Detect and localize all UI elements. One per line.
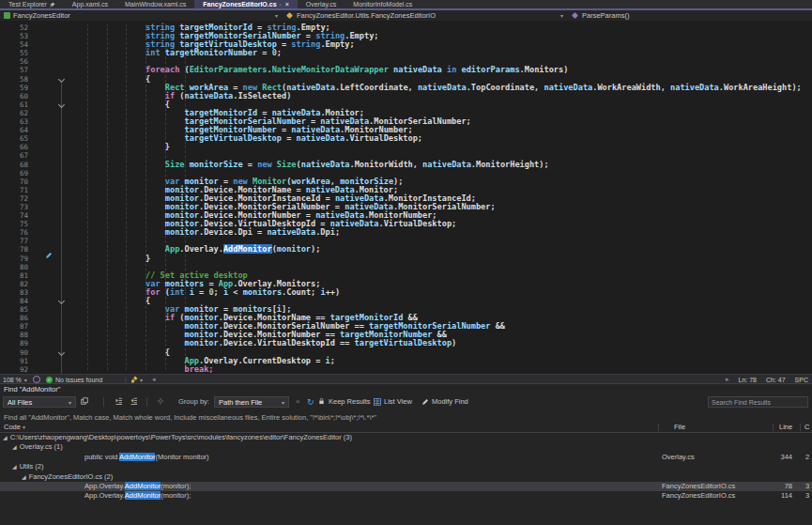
collapse-margin-icon[interactable]: ◂ xyxy=(152,376,156,383)
keep-results-button[interactable]: Keep Results xyxy=(329,397,371,406)
tree-expand-icon[interactable]: ◢ xyxy=(22,474,26,480)
code-line[interactable]: if (nativeData.IsSelected) xyxy=(87,92,802,100)
fold-collapse-icon[interactable] xyxy=(58,298,65,304)
line-number: 78 xyxy=(0,245,28,254)
code-line[interactable]: Size monitorSize = new Size(nativeData.M… xyxy=(87,161,802,169)
result-line: 344 xyxy=(768,453,792,462)
result-group-row[interactable]: ◢Utils (2) xyxy=(0,462,812,471)
divider xyxy=(103,397,104,407)
result-group-row[interactable]: ◢Overlay.cs (1) xyxy=(0,442,812,452)
line-number: 70 xyxy=(0,178,28,186)
code-line[interactable]: monitor.Device.VirtualDesktopId == targe… xyxy=(87,339,802,347)
code-line[interactable]: targetVirtualDesktop = nativeData.Virtua… xyxy=(87,134,802,143)
line-number: 66 xyxy=(0,143,28,151)
tab-mainwindow-xaml-cs[interactable]: MainWindow.xaml.cs xyxy=(116,0,194,8)
result-line: 114 xyxy=(768,491,792,501)
group-label: Utils (2) xyxy=(20,462,44,471)
column-header-line[interactable]: Line xyxy=(779,423,792,431)
indent-mode[interactable]: SPC xyxy=(795,377,808,383)
zoom-level[interactable]: 108 % xyxy=(3,377,22,383)
tab-test-explorer[interactable]: Test Explorer xyxy=(0,0,64,8)
tree-expand-icon[interactable]: ◢ xyxy=(12,444,17,450)
code-line[interactable]: monitor.Device.Dpi = nativeData.Dpi; xyxy=(87,228,802,237)
group-by-dropdown[interactable]: Path then File ▾ xyxy=(214,396,289,408)
result-match-row[interactable]: public void AddMonitor(Monitor monitor)O… xyxy=(0,453,812,462)
tab-overlay-cs[interactable]: Overlay.cs xyxy=(298,0,345,8)
zoom-chevron-icon[interactable]: ▾ xyxy=(24,377,27,383)
tab-state-icon: ▫ xyxy=(280,2,282,8)
result-group-row[interactable]: ◢C:\Users\zhaopengwang\Desktop\powertoys… xyxy=(0,433,812,442)
line-number: 76 xyxy=(0,228,28,237)
collapse-all-button[interactable] xyxy=(115,397,123,405)
code-line[interactable]: int targetMonitorNumber = 0; xyxy=(87,49,802,57)
result-group-row[interactable]: ◢FancyZonesEditorIO.cs (2) xyxy=(0,472,812,482)
line-number: 69 xyxy=(0,169,28,178)
code-content[interactable]: string targetMonitorId = string.Empty; s… xyxy=(87,23,802,374)
copy-results-button[interactable] xyxy=(81,397,88,405)
line-number-gutter[interactable]: 5253545556575859606162636465666768697071… xyxy=(0,23,28,374)
tab-label: App.xaml.cs xyxy=(72,1,108,8)
result-column: 3 xyxy=(805,491,812,501)
find-results-panel: Find "AddMonitor" All Files ▾ Group by: … xyxy=(0,383,812,525)
scope-value: All Files xyxy=(8,398,32,407)
tab-monitorinfomodel-cs[interactable]: MonitorInfoModel.cs xyxy=(345,0,421,8)
filter-settings-icon[interactable] xyxy=(157,397,164,405)
code-line[interactable]: App.Overlay.AddMonitor(monitor); xyxy=(87,245,802,254)
modify-find-button[interactable]: Modify Find xyxy=(421,397,468,406)
tab-app-xaml-cs[interactable]: App.xaml.cs xyxy=(64,0,116,8)
refresh-results-icon[interactable]: ↻ xyxy=(307,397,314,407)
code-line[interactable]: } xyxy=(87,143,802,151)
match-highlight: AddMonitor xyxy=(125,482,161,490)
line-number: 71 xyxy=(0,186,28,194)
line-number: 81 xyxy=(0,271,28,280)
fold-collapse-icon[interactable] xyxy=(58,101,65,108)
search-find-results-input[interactable] xyxy=(708,396,808,408)
result-line: 78 xyxy=(768,482,792,491)
chevron-down-icon: ▾ xyxy=(560,12,563,19)
line-number: 80 xyxy=(0,263,28,271)
expand-icon[interactable]: ▸ xyxy=(726,376,729,383)
type-dropdown[interactable]: FancyZonesEditor.Utils.FancyZonesEditorI… xyxy=(282,10,567,21)
class-icon xyxy=(286,12,293,19)
tree-expand-icon[interactable]: ◢ xyxy=(3,435,8,440)
line-number: 59 xyxy=(0,84,28,92)
tab-fancyzoneseditorio-cs[interactable]: FancyZonesEditorIO.cs▫× xyxy=(194,0,297,8)
column-divider[interactable] xyxy=(658,424,659,431)
line-number: 77 xyxy=(0,237,28,245)
code-editor[interactable]: 5253545556575859606162636465666768697071… xyxy=(0,21,812,374)
tree-expand-icon[interactable]: ◢ xyxy=(12,464,17,470)
result-match-row[interactable]: App.Overlay.AddMonitor(monitor);FancyZon… xyxy=(0,482,812,491)
column-divider[interactable] xyxy=(800,424,801,431)
column-header-col[interactable]: C xyxy=(804,423,809,431)
column-header-file[interactable]: File xyxy=(674,423,685,431)
lock-icon[interactable] xyxy=(318,397,325,405)
code-line[interactable]: } xyxy=(87,255,802,263)
health-indicator-icon[interactable] xyxy=(33,376,40,383)
list-view-button[interactable]: List View xyxy=(374,397,412,406)
member-dropdown[interactable]: ParseParams() xyxy=(567,10,812,21)
code-line[interactable]: break; xyxy=(87,365,802,374)
result-file: Overlay.cs xyxy=(662,453,767,462)
code-line[interactable]: foreach (EditorParameters.NativeMonitorD… xyxy=(87,66,802,74)
column-header-code[interactable]: Code ▾ xyxy=(4,423,25,431)
fold-collapse-icon[interactable] xyxy=(58,76,65,83)
line-number: 92 xyxy=(0,365,28,374)
scope-dropdown[interactable]: All Files ▾ xyxy=(3,396,76,408)
divider: | xyxy=(125,377,127,383)
column-divider[interactable] xyxy=(773,424,774,431)
stop-search-icon[interactable]: × xyxy=(296,397,299,406)
group-label: C:\Users\zhaopengwang\Desktop\powertoys\… xyxy=(10,433,352,441)
chevron-down-icon: ▾ xyxy=(275,12,278,19)
outline-guide-line xyxy=(61,83,62,374)
issues-message[interactable]: No issues found xyxy=(55,377,102,383)
project-dropdown[interactable]: FancyZonesEditor ▾ xyxy=(0,10,282,21)
code-cleanup-broom-icon[interactable] xyxy=(130,376,138,383)
expand-all-button[interactable] xyxy=(130,397,138,405)
code-line[interactable]: for (int i = 0; i < monitors.Count; i++) xyxy=(87,288,802,297)
fold-collapse-icon[interactable] xyxy=(58,349,65,356)
result-match-row[interactable]: App.Overlay.AddMonitor(monitor);FancyZon… xyxy=(0,491,812,501)
close-tab-icon[interactable]: × xyxy=(285,1,289,8)
cleanup-chevron-icon[interactable]: ▾ xyxy=(140,377,143,383)
no-issues-check-icon: ✓ xyxy=(46,377,53,383)
find-summary: Find all "AddMonitor", Match case, Match… xyxy=(4,413,376,422)
